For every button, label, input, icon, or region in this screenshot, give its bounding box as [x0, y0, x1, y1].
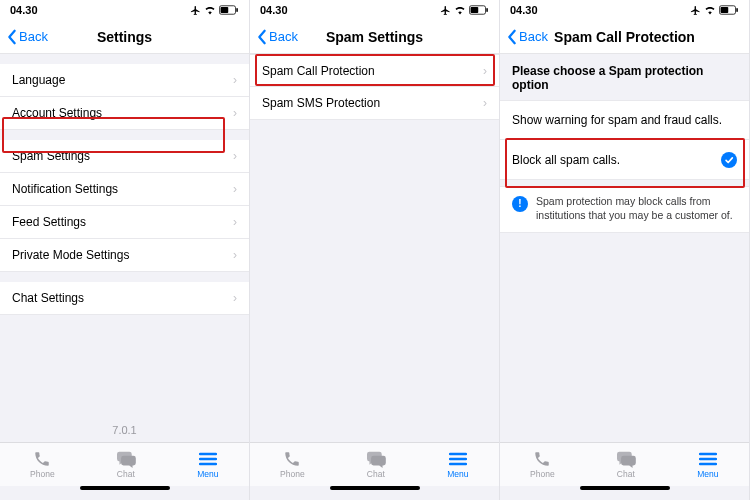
row-chat-settings[interactable]: Chat Settings ›	[0, 282, 249, 315]
status-bar: 04.30	[250, 0, 499, 20]
row-label: Chat Settings	[12, 291, 84, 305]
status-time: 04.30	[260, 4, 288, 16]
row-label: Language	[12, 73, 65, 87]
info-icon: !	[512, 196, 528, 212]
status-time: 04.30	[10, 4, 38, 16]
row-label: Private Mode Settings	[12, 248, 129, 262]
chat-icon	[615, 450, 637, 468]
spam-settings-list: Spam Call Protection › Spam SMS Protecti…	[250, 54, 499, 120]
chevron-right-icon: ›	[233, 106, 237, 120]
phone-icon	[531, 450, 553, 468]
tab-label: Phone	[30, 469, 55, 479]
tab-phone[interactable]: Phone	[530, 450, 555, 479]
row-label: Show warning for spam and fraud calls.	[512, 113, 722, 127]
screen-settings: 04.30 Back Settings Language › Account S…	[0, 0, 250, 500]
battery-icon	[719, 5, 739, 15]
tab-label: Phone	[530, 469, 555, 479]
spam-call-option-list: Show warning for spam and fraud calls. B…	[500, 100, 749, 180]
svg-rect-8	[486, 8, 488, 12]
back-label: Back	[269, 29, 298, 44]
row-notification-settings[interactable]: Notification Settings ›	[0, 173, 249, 206]
row-private-mode-settings[interactable]: Private Mode Settings ›	[0, 239, 249, 272]
row-feed-settings[interactable]: Feed Settings ›	[0, 206, 249, 239]
nav-header: Back Spam Settings	[250, 20, 499, 54]
menu-icon	[447, 450, 469, 468]
phone-icon	[281, 450, 303, 468]
back-label: Back	[519, 29, 548, 44]
battery-icon	[469, 5, 489, 15]
row-label: Spam SMS Protection	[262, 96, 380, 110]
home-indicator	[250, 486, 499, 500]
row-spam-sms-protection[interactable]: Spam SMS Protection ›	[250, 87, 499, 120]
tab-label: Phone	[280, 469, 305, 479]
chat-icon	[365, 450, 387, 468]
tab-label: Menu	[197, 469, 218, 479]
wifi-icon	[204, 5, 216, 15]
back-button[interactable]: Back	[506, 28, 548, 45]
home-indicator	[500, 486, 749, 500]
wifi-icon	[704, 5, 716, 15]
tab-label: Chat	[117, 469, 135, 479]
status-icons	[190, 5, 239, 16]
page-title: Spam Settings	[326, 29, 423, 45]
tab-phone[interactable]: Phone	[280, 450, 305, 479]
chat-icon	[115, 450, 137, 468]
airplane-icon	[190, 5, 201, 16]
menu-icon	[697, 450, 719, 468]
battery-icon	[219, 5, 239, 15]
wifi-icon	[454, 5, 466, 15]
chevron-right-icon: ›	[233, 215, 237, 229]
row-label: Account Settings	[12, 106, 102, 120]
row-label: Block all spam calls.	[512, 153, 620, 167]
svg-rect-13	[721, 7, 729, 13]
status-bar: 04.30	[500, 0, 749, 20]
row-label: Spam Call Protection	[262, 64, 375, 78]
status-icons	[690, 5, 739, 16]
tab-label: Menu	[447, 469, 468, 479]
row-account-settings[interactable]: Account Settings ›	[0, 97, 249, 130]
option-block-all[interactable]: Block all spam calls.	[500, 140, 749, 180]
phone-icon	[31, 450, 53, 468]
settings-list: Language › Account Settings › Spam Setti…	[0, 54, 249, 315]
tab-phone[interactable]: Phone	[30, 450, 55, 479]
menu-icon	[197, 450, 219, 468]
status-time: 04.30	[510, 4, 538, 16]
chevron-right-icon: ›	[233, 149, 237, 163]
chevron-right-icon: ›	[233, 291, 237, 305]
status-bar: 04.30	[0, 0, 249, 20]
row-label: Spam Settings	[12, 149, 90, 163]
option-show-warning[interactable]: Show warning for spam and fraud calls.	[500, 100, 749, 140]
airplane-icon	[690, 5, 701, 16]
home-indicator	[0, 486, 249, 500]
info-box: ! Spam protection may block calls from i…	[500, 186, 749, 233]
page-title: Spam Call Protection	[554, 29, 695, 45]
chevron-right-icon: ›	[233, 248, 237, 262]
row-label: Feed Settings	[12, 215, 86, 229]
tab-chat[interactable]: Chat	[115, 450, 137, 479]
tab-menu[interactable]: Menu	[697, 450, 719, 479]
nav-header: Back Settings	[0, 20, 249, 54]
tab-menu[interactable]: Menu	[197, 450, 219, 479]
screen-spam-call-protection: 04.30 Back Spam Call Protection Please c…	[500, 0, 750, 500]
version-label: 7.0.1	[0, 418, 249, 442]
tab-label: Menu	[697, 469, 718, 479]
nav-header: Back Spam Call Protection	[500, 20, 749, 54]
tab-menu[interactable]: Menu	[447, 450, 469, 479]
row-language[interactable]: Language ›	[0, 64, 249, 97]
svg-rect-7	[471, 7, 479, 13]
status-icons	[440, 5, 489, 16]
chevron-right-icon: ›	[483, 64, 487, 78]
tab-chat[interactable]: Chat	[615, 450, 637, 479]
tab-chat[interactable]: Chat	[365, 450, 387, 479]
svg-rect-14	[736, 8, 738, 12]
tab-bar: Phone Chat Menu	[500, 442, 749, 486]
back-button[interactable]: Back	[256, 28, 298, 45]
back-button[interactable]: Back	[6, 28, 48, 45]
tab-label: Chat	[367, 469, 385, 479]
chevron-right-icon: ›	[233, 73, 237, 87]
screen-spam-settings: 04.30 Back Spam Settings Spam Call Prote…	[250, 0, 500, 500]
chevron-left-icon	[6, 29, 18, 45]
row-spam-call-protection[interactable]: Spam Call Protection ›	[250, 54, 499, 87]
row-spam-settings[interactable]: Spam Settings ›	[0, 140, 249, 173]
chevron-left-icon	[506, 29, 518, 45]
